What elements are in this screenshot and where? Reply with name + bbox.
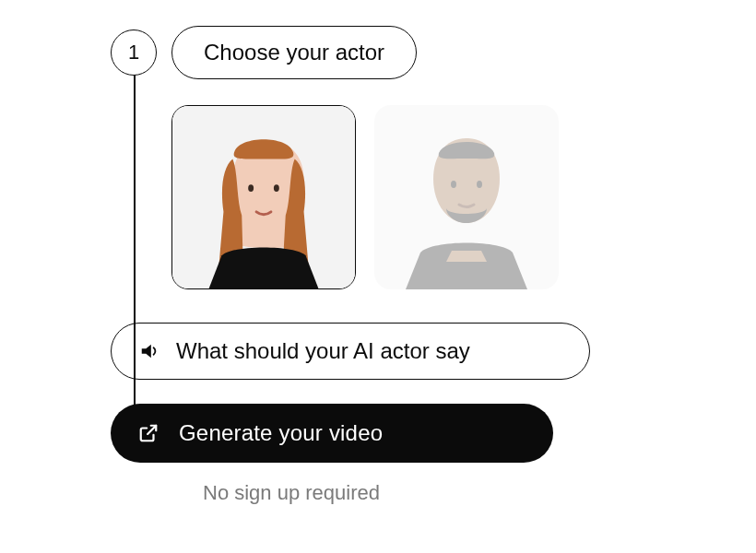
svg-point-4 — [451, 181, 456, 188]
prompt-input[interactable]: What should your AI actor say — [111, 323, 590, 380]
step-number: 1 — [128, 41, 139, 65]
generate-button[interactable]: Generate your video — [111, 404, 553, 463]
step-number-badge: 1 — [111, 29, 157, 76]
svg-point-5 — [477, 181, 482, 188]
caption-text: No sign up required — [203, 481, 590, 505]
svg-marker-6 — [142, 345, 151, 359]
actor-card[interactable] — [374, 105, 559, 289]
speaker-icon — [139, 341, 159, 361]
prompt-placeholder: What should your AI actor say — [176, 338, 470, 364]
svg-point-1 — [248, 184, 254, 192]
actor-avatar — [172, 106, 355, 288]
actor-card[interactable] — [171, 105, 356, 289]
external-link-icon — [138, 423, 159, 443]
svg-point-2 — [274, 184, 279, 192]
step-label-pill: Choose your actor — [171, 26, 417, 79]
actor-avatar — [374, 105, 559, 289]
generate-button-label: Generate your video — [179, 420, 383, 446]
step-header: 1 Choose your actor — [111, 26, 590, 79]
step-label: Choose your actor — [204, 40, 384, 65]
timeline-connector — [134, 72, 136, 450]
actors-row — [171, 105, 590, 289]
